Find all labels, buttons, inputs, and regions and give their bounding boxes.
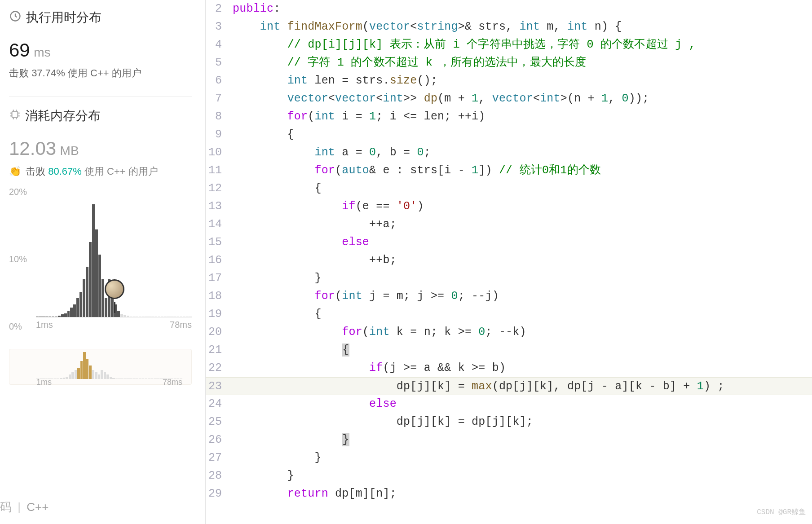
- code-line[interactable]: 27 }: [206, 449, 812, 467]
- histogram-bar[interactable]: [164, 317, 167, 317]
- histogram-bar[interactable]: [98, 255, 101, 317]
- code-content[interactable]: }: [233, 449, 812, 467]
- histogram-bar[interactable]: [127, 316, 129, 317]
- code-line[interactable]: 12 {: [206, 180, 812, 198]
- code-editor[interactable]: 2public:3 int findMaxForm(vector<string>…: [206, 0, 812, 524]
- histogram-bar[interactable]: [45, 317, 48, 317]
- mini-bar[interactable]: [80, 361, 83, 379]
- histogram-bar[interactable]: [79, 292, 82, 317]
- histogram-bar[interactable]: [130, 317, 132, 317]
- code-line[interactable]: 17 }: [206, 269, 812, 287]
- code-content[interactable]: vector<vector<int>> dp(m + 1, vector<int…: [233, 90, 812, 108]
- code-content[interactable]: else: [233, 395, 812, 413]
- histogram-bar[interactable]: [189, 317, 192, 317]
- histogram-bar[interactable]: [64, 313, 67, 317]
- histogram-bar[interactable]: [117, 311, 120, 317]
- histogram-bar[interactable]: [136, 317, 139, 317]
- code-content[interactable]: // 字符 1 的个数不超过 k ，所有的选法中，最大的长度: [233, 54, 812, 72]
- histogram-bar[interactable]: [36, 317, 39, 317]
- histogram-bar[interactable]: [161, 317, 163, 317]
- code-line[interactable]: 7 vector<vector<int>> dp(m + 1, vector<i…: [206, 90, 812, 108]
- code-line[interactable]: 24 else: [206, 395, 812, 413]
- code-content[interactable]: for(int k = n; k >= 0; --k): [233, 323, 812, 341]
- code-line[interactable]: 6 int len = strs.size();: [206, 72, 812, 90]
- histogram-bar[interactable]: [86, 267, 88, 317]
- code-line[interactable]: 16 ++b;: [206, 251, 812, 269]
- code-content[interactable]: }: [233, 431, 812, 449]
- histogram-bar[interactable]: [105, 298, 107, 317]
- mini-histogram[interactable]: 1ms 78ms: [9, 349, 192, 385]
- histogram-bar[interactable]: [95, 229, 98, 317]
- code-content[interactable]: else: [233, 233, 812, 251]
- histogram-bar[interactable]: [133, 317, 136, 317]
- histogram-bar[interactable]: [173, 317, 176, 317]
- code-content[interactable]: int len = strs.size();: [233, 72, 812, 90]
- code-line[interactable]: 28 }: [206, 467, 812, 485]
- histogram-bar[interactable]: [170, 317, 173, 317]
- code-content[interactable]: for(int j = m; j >= 0; --j): [233, 287, 812, 305]
- histogram-bar[interactable]: [76, 298, 79, 317]
- histogram-bar[interactable]: [58, 316, 61, 317]
- histogram-bar[interactable]: [124, 315, 126, 317]
- code-line[interactable]: 19 {: [206, 305, 812, 323]
- user-avatar-marker[interactable]: [105, 279, 124, 299]
- runtime-histogram[interactable]: 20% 10% 0% 1ms 78ms: [9, 192, 192, 326]
- code-content[interactable]: {: [233, 126, 812, 144]
- code-line[interactable]: 2public:: [206, 0, 812, 18]
- code-line[interactable]: 18 for(int j = m; j >= 0; --j): [206, 287, 812, 305]
- code-line[interactable]: 15 else: [206, 233, 812, 251]
- histogram-bar[interactable]: [55, 317, 57, 317]
- histogram-bar[interactable]: [61, 314, 64, 317]
- histogram-bar[interactable]: [180, 317, 182, 317]
- histogram-bar[interactable]: [67, 311, 70, 317]
- code-line[interactable]: 29 return dp[m][n];: [206, 485, 812, 503]
- histogram-bar[interactable]: [42, 317, 45, 317]
- histogram-bar[interactable]: [151, 317, 154, 317]
- code-line[interactable]: 13 if(e == '0'): [206, 198, 812, 216]
- histogram-bar[interactable]: [154, 317, 157, 317]
- histogram-bar[interactable]: [92, 204, 95, 317]
- histogram-bar[interactable]: [89, 242, 92, 317]
- code-line[interactable]: 21 {: [206, 341, 812, 359]
- code-content[interactable]: int a = 0, b = 0;: [233, 144, 812, 162]
- histogram-bar[interactable]: [145, 317, 148, 317]
- code-line[interactable]: 4 // dp[i][j][k] 表示：从前 i 个字符串中挑选，字符 0 的个…: [206, 36, 812, 54]
- code-content[interactable]: {: [233, 180, 812, 198]
- histogram-bar[interactable]: [70, 308, 73, 317]
- histogram-bar[interactable]: [49, 317, 51, 317]
- code-content[interactable]: if(j >= a && k >= b): [233, 359, 812, 377]
- code-content[interactable]: }: [233, 269, 812, 287]
- code-line[interactable]: 26 }: [206, 431, 812, 449]
- mini-bar[interactable]: [86, 359, 89, 379]
- code-line[interactable]: 23 dp[j][k] = max(dp[j][k], dp[j - a][k …: [206, 377, 812, 395]
- code-content[interactable]: dp[j][k] = dp[j][k];: [233, 413, 812, 431]
- code-content[interactable]: for(auto& e : strs[i - 1]) // 统计0和1的个数: [233, 162, 812, 180]
- histogram-bar[interactable]: [73, 304, 76, 317]
- code-content[interactable]: ++a;: [233, 216, 812, 233]
- code-line[interactable]: 5 // 字符 1 的个数不超过 k ，所有的选法中，最大的长度: [206, 54, 812, 72]
- mini-bar[interactable]: [83, 352, 86, 379]
- histogram-bar[interactable]: [83, 279, 85, 317]
- histogram-bar[interactable]: [177, 317, 179, 317]
- code-content[interactable]: {: [233, 341, 812, 359]
- histogram-bar[interactable]: [158, 317, 160, 317]
- histogram-bar[interactable]: [139, 317, 141, 317]
- histogram-bar[interactable]: [148, 317, 151, 317]
- tab-code[interactable]: 码: [0, 500, 12, 514]
- histogram-bar[interactable]: [120, 314, 123, 317]
- code-content[interactable]: {: [233, 305, 812, 323]
- code-line[interactable]: 11 for(auto& e : strs[i - 1]) // 统计0和1的个…: [206, 162, 812, 180]
- code-content[interactable]: dp[j][k] = max(dp[j][k], dp[j - a][k - b…: [233, 378, 812, 396]
- tab-cpp[interactable]: C++: [26, 500, 49, 514]
- code-content[interactable]: int findMaxForm(vector<string>& strs, in…: [233, 18, 812, 36]
- code-line[interactable]: 25 dp[j][k] = dp[j][k];: [206, 413, 812, 431]
- code-line[interactable]: 10 int a = 0, b = 0;: [206, 144, 812, 162]
- code-line[interactable]: 9 {: [206, 126, 812, 144]
- code-content[interactable]: if(e == '0'): [233, 198, 812, 216]
- code-content[interactable]: return dp[m][n];: [233, 485, 812, 503]
- histogram-bar[interactable]: [52, 317, 54, 317]
- code-content[interactable]: }: [233, 467, 812, 485]
- histogram-bar[interactable]: [186, 317, 189, 317]
- histogram-bar[interactable]: [183, 317, 185, 317]
- code-line[interactable]: 22 if(j >= a && k >= b): [206, 359, 812, 377]
